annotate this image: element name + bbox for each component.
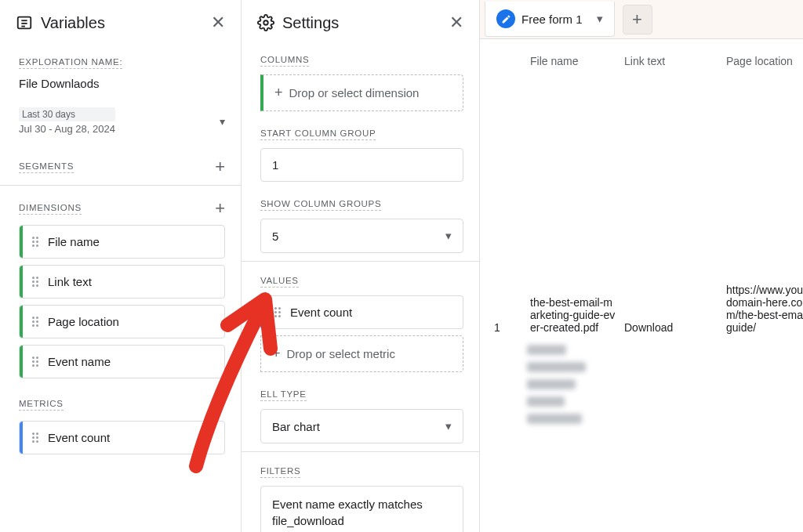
dimension-chip-event-name[interactable]: Event name bbox=[19, 345, 225, 378]
divider bbox=[242, 451, 479, 452]
drag-handle-icon bbox=[32, 356, 38, 367]
plus-icon: + bbox=[274, 85, 283, 101]
plus-icon: + bbox=[272, 346, 281, 362]
start-column-group-label: START COLUMN GROUP bbox=[260, 128, 376, 140]
metrics-label: METRICS bbox=[19, 399, 64, 411]
date-range-text: Jul 30 - Aug 28, 2024 bbox=[19, 123, 115, 135]
exploration-name-section: EXPLORATION NAME: File Downlaods bbox=[0, 44, 241, 104]
settings-header: Settings ✕ bbox=[242, 0, 479, 44]
blurred-data bbox=[527, 345, 715, 429]
show-column-groups-label: SHOW COLUMN GROUPS bbox=[260, 199, 381, 211]
gear-icon bbox=[257, 14, 274, 31]
cell-type-label: ELL TYPE bbox=[260, 389, 307, 401]
chevron-down-icon: ▾ bbox=[220, 115, 225, 128]
show-column-groups-select[interactable]: 5 ▾ bbox=[260, 219, 463, 253]
exploration-name-value[interactable]: File Downlaods bbox=[0, 75, 241, 101]
cell-link-text: Download bbox=[624, 321, 726, 334]
table-spacer bbox=[480, 85, 803, 280]
dimension-chip-file-name[interactable]: File name bbox=[19, 225, 225, 259]
segments-label: SEGMENTS bbox=[19, 161, 74, 173]
filter-item[interactable]: Event name exactly matches file_download bbox=[260, 486, 463, 532]
cell-index: 1 bbox=[494, 321, 530, 334]
drop-text: Drop or select metric bbox=[287, 347, 395, 360]
table-row[interactable]: 1 the-best-email-marketing-guide-ever-cr… bbox=[480, 280, 803, 337]
dimensions-header: DIMENSIONS + bbox=[0, 189, 241, 223]
values-chip-event-count[interactable]: Event count bbox=[260, 295, 463, 329]
cell-file-name: the-best-email-marketing-guide-ever-crea… bbox=[530, 296, 624, 334]
chip-label: Event count bbox=[48, 431, 110, 444]
chevron-down-icon: ▾ bbox=[597, 12, 603, 26]
settings-panel: Settings ✕ COLUMNS + Drop or select dime… bbox=[242, 0, 480, 532]
add-metric-button[interactable]: + bbox=[215, 396, 225, 413]
variables-header: Variables ✕ bbox=[0, 0, 241, 44]
filter-text: Event name exactly matches file_download bbox=[272, 498, 423, 527]
variables-title: Variables bbox=[41, 14, 211, 32]
settings-title: Settings bbox=[282, 14, 449, 32]
columns-drop-zone[interactable]: + Drop or select dimension bbox=[260, 74, 463, 111]
tab-free-form-1[interactable]: Free form 1 ▾ bbox=[485, 2, 615, 37]
drag-handle-icon bbox=[32, 317, 38, 327]
segments-header: SEGMENTS + bbox=[0, 147, 241, 182]
drag-handle-icon bbox=[32, 237, 38, 247]
metric-chip-event-count[interactable]: Event count bbox=[19, 421, 225, 454]
cell-page-location: https://www.your-domain-here.com/the-bes… bbox=[726, 284, 803, 334]
close-icon[interactable]: ✕ bbox=[449, 13, 463, 33]
drag-handle-icon bbox=[32, 432, 38, 443]
dimensions-list: File name Link text Page location Event … bbox=[0, 223, 241, 385]
chip-label: Event name bbox=[48, 355, 111, 368]
columns-label: COLUMNS bbox=[260, 55, 309, 67]
dimensions-label: DIMENSIONS bbox=[19, 203, 82, 215]
tabs-row: Free form 1 ▾ + bbox=[480, 0, 803, 39]
date-preset-badge: Last 30 days bbox=[19, 107, 115, 121]
table-header-link-text: Link text bbox=[624, 55, 726, 67]
add-tab-button[interactable]: + bbox=[623, 5, 652, 34]
select-value: 5 bbox=[272, 230, 278, 243]
filters-label: FILTERS bbox=[260, 466, 300, 478]
drop-text: Drop or select dimension bbox=[289, 86, 420, 100]
select-value: Bar chart bbox=[272, 420, 320, 433]
start-column-group-input[interactable]: 1 bbox=[260, 148, 463, 182]
divider bbox=[0, 185, 241, 186]
chip-label: File name bbox=[48, 235, 100, 248]
drag-handle-icon bbox=[274, 307, 281, 317]
date-range-picker[interactable]: Last 30 days Jul 30 - Aug 28, 2024 ▾ bbox=[0, 104, 241, 147]
variables-icon bbox=[16, 14, 33, 31]
add-dimension-button[interactable]: + bbox=[215, 200, 225, 217]
dimension-chip-page-location[interactable]: Page location bbox=[19, 305, 225, 338]
metrics-list: Event count bbox=[0, 419, 241, 461]
chip-label: Link text bbox=[48, 275, 92, 288]
svg-point-4 bbox=[263, 20, 268, 25]
add-segment-button[interactable]: + bbox=[215, 158, 225, 176]
chevron-down-icon: ▾ bbox=[445, 419, 452, 433]
table-header-index bbox=[494, 55, 530, 67]
chip-label: Page location bbox=[48, 315, 119, 328]
values-label: VALUES bbox=[260, 276, 299, 288]
metrics-header: METRICS + bbox=[0, 385, 241, 419]
results-panel: Free form 1 ▾ + File name Link text Page… bbox=[480, 0, 803, 532]
dimension-chip-link-text[interactable]: Link text bbox=[19, 265, 225, 299]
close-icon[interactable]: ✕ bbox=[211, 13, 225, 33]
table-header-page-location: Page location bbox=[726, 55, 803, 67]
table-header-row: File name Link text Page location bbox=[480, 39, 803, 85]
chip-label: Event count bbox=[290, 306, 352, 319]
edit-icon bbox=[496, 9, 515, 28]
drag-handle-icon bbox=[32, 277, 38, 287]
tab-label: Free form 1 bbox=[521, 13, 583, 26]
divider bbox=[242, 261, 479, 262]
cell-type-select[interactable]: Bar chart ▾ bbox=[260, 409, 463, 443]
input-value: 1 bbox=[272, 158, 278, 172]
variables-panel: Variables ✕ EXPLORATION NAME: File Downl… bbox=[0, 0, 242, 532]
chevron-down-icon: ▾ bbox=[445, 229, 452, 243]
exploration-name-label: EXPLORATION NAME: bbox=[19, 57, 122, 69]
values-drop-zone[interactable]: + Drop or select metric bbox=[260, 335, 463, 372]
table-header-file-name: File name bbox=[530, 55, 624, 67]
